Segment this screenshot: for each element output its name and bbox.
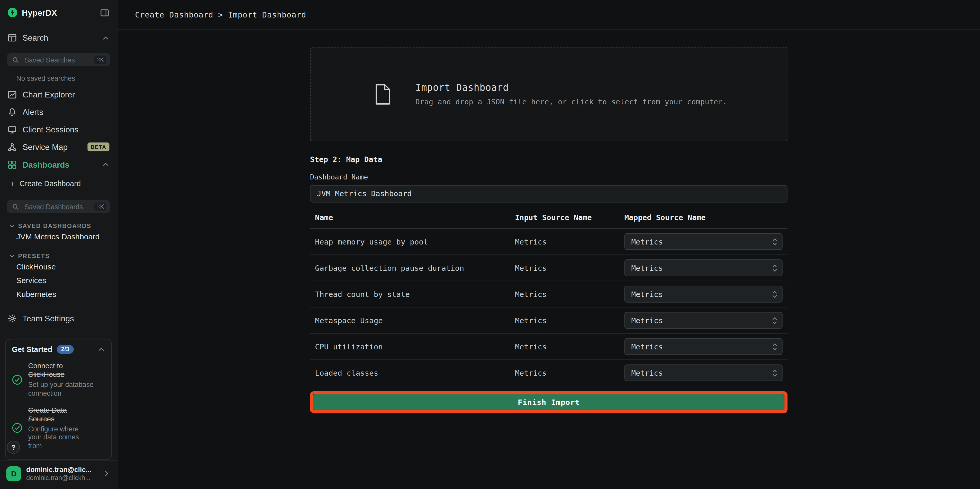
sidebar-section-search[interactable]: Search [0, 31, 117, 45]
sidebar-nav: Chart Explorer Alerts Client Sessions Se… [0, 86, 117, 173]
search-section-icon [8, 33, 17, 42]
import-dropzone[interactable]: Import Dashboard Drag and drop a JSON fi… [310, 47, 788, 141]
get-started-header[interactable]: Get Started 2/3 [12, 345, 105, 354]
input-source-cell: Metrics [515, 316, 624, 325]
select-value: Metrics [632, 290, 663, 298]
dashboards-grid-icon [8, 160, 17, 169]
sidebar: HyperDX Search ⌘K No saved searches [0, 0, 118, 489]
step-label: Step 2: Map Data [310, 155, 788, 164]
chart-name-cell: Heap memory usage by pool [315, 237, 515, 246]
nav-label: Chart Explorer [22, 90, 75, 99]
user-menu[interactable]: D dominic.tran@clic... dominic.tran@clic… [6, 466, 111, 481]
select-chevrons-icon [772, 368, 778, 378]
input-source-cell: Metrics [515, 342, 624, 351]
create-dashboard-label: Create Dashboard [19, 179, 81, 188]
help-button[interactable]: ? [7, 441, 20, 454]
search-icon [12, 203, 19, 210]
table-row: CPU utilization Metrics Metrics [310, 334, 788, 360]
bell-icon [8, 107, 17, 116]
mapping-table: Name Input Source Name Mapped Source Nam… [310, 213, 788, 386]
saved-dashboards-input[interactable] [23, 202, 90, 211]
service-map-icon [8, 142, 17, 152]
mapped-source-select[interactable]: Metrics [624, 364, 783, 381]
sidebar-item-dashboards[interactable]: Dashboards [0, 156, 117, 173]
table-row: Thread count by state Metrics Metrics [310, 281, 788, 307]
import-content: Import Dashboard Drag and drop a JSON fi… [310, 47, 788, 413]
user-email: dominic.tran@clickh... [26, 474, 91, 481]
sidebar-item-clickhouse[interactable]: ClickHouse [0, 261, 117, 273]
select-chevrons-icon [772, 289, 778, 299]
sidebar-item-jvm-metrics-dashboard[interactable]: JVM Metrics Dashboard [0, 231, 117, 243]
chevron-down-icon [9, 253, 15, 259]
select-chevrons-icon [772, 342, 778, 352]
select-value: Metrics [632, 316, 663, 325]
input-source-cell: Metrics [515, 263, 624, 272]
saved-dashboards-header[interactable]: SAVED DASHBOARDS [0, 223, 117, 229]
beta-badge: BETA [88, 143, 110, 151]
get-started-item-connect[interactable]: Connect to ClickHouse Set up your databa… [12, 361, 105, 398]
breadcrumb[interactable]: Create Dashboard > Import Dashboard [135, 10, 306, 19]
select-value: Metrics [632, 368, 663, 377]
app-title: HyperDX [22, 8, 57, 17]
table-row: Loaded classes Metrics Metrics [310, 360, 788, 386]
get-started-item-title: Create Data Sources [28, 405, 94, 423]
chart-name-cell: Metaspace Usage [315, 316, 515, 325]
sidebar-bottom: D dominic.tran@clic... dominic.tran@clic… [0, 460, 117, 489]
sidebar-item-alerts[interactable]: Alerts [0, 104, 117, 121]
search-icon [12, 56, 19, 64]
input-source-cell: Metrics [515, 368, 624, 377]
chart-name-cell: CPU utilization [315, 342, 515, 351]
chevron-up-icon [102, 34, 109, 41]
sidebar-item-service-map[interactable]: Service Map BETA [0, 138, 117, 156]
chevron-up-icon [102, 161, 109, 168]
file-icon [371, 82, 394, 106]
mapped-source-select[interactable]: Metrics [624, 312, 783, 329]
table-row: Metaspace Usage Metrics Metrics [310, 307, 788, 334]
sidebar-item-kubernetes[interactable]: Kubernetes [0, 288, 117, 301]
mapped-source-select[interactable]: Metrics [624, 233, 783, 250]
presets-header[interactable]: PRESETS [0, 252, 117, 260]
create-dashboard-button[interactable]: + Create Dashboard [0, 176, 117, 191]
shortcut-kbd: ⌘K [94, 56, 106, 64]
progress-badge: 2/3 [57, 345, 73, 354]
logo-row[interactable]: HyperDX [0, 0, 117, 25]
chart-name-cell: Garbage collection pause duration [315, 263, 515, 272]
gear-icon [8, 314, 17, 323]
get-started-item-title: Add Data [28, 458, 94, 460]
saved-dashboards-search[interactable]: ⌘K [7, 200, 110, 213]
nav-label: Dashboards [22, 160, 70, 169]
sidebar-item-client-sessions[interactable]: Client Sessions [0, 121, 117, 138]
select-chevrons-icon [772, 315, 778, 325]
get-started-item-sources[interactable]: Create Data Sources Configure where your… [12, 405, 105, 451]
sidebar-item-services[interactable]: Services [0, 275, 117, 287]
chevron-right-icon [103, 470, 111, 478]
team-settings-label: Team Settings [22, 314, 74, 323]
nav-label: Service Map [22, 142, 68, 152]
select-value: Metrics [632, 342, 663, 351]
chart-explorer-icon [8, 90, 17, 99]
column-header-input-source: Input Source Name [515, 213, 624, 222]
sidebar-item-chart-explorer[interactable]: Chart Explorer [0, 86, 117, 104]
dropzone-subtitle: Drag and drop a JSON file here, or click… [415, 97, 727, 106]
mapped-source-select[interactable]: Metrics [624, 286, 783, 303]
check-circle-icon [12, 374, 25, 385]
saved-searches-search[interactable]: ⌘K [7, 53, 110, 66]
table-row: Heap memory usage by pool Metrics Metric… [310, 229, 788, 255]
select-chevrons-icon [772, 237, 778, 247]
sidebar-item-team-settings[interactable]: Team Settings [0, 311, 117, 326]
get-started-title: Get Started [12, 345, 52, 354]
get-started-item-desc: Set up your database connection [28, 381, 94, 398]
get-started-item-title: Connect to ClickHouse [28, 361, 94, 379]
mapped-source-select[interactable]: Metrics [624, 260, 783, 276]
main-area: Create Dashboard > Import Dashboard Impo… [118, 0, 980, 489]
finish-import-button[interactable]: Finish Import [313, 394, 784, 410]
mapped-source-select[interactable]: Metrics [624, 338, 783, 355]
saved-dashboards-header-label: SAVED DASHBOARDS [18, 223, 92, 229]
table-row: Garbage collection pause duration Metric… [310, 255, 788, 281]
saved-searches-input[interactable] [23, 56, 90, 64]
get-started-item-add-data[interactable]: Add Data Start sending logs, metrics, or… [12, 458, 105, 460]
collapse-sidebar-button[interactable] [100, 8, 109, 17]
search-section-label: Search [22, 33, 48, 42]
dashboard-name-input[interactable] [310, 185, 788, 202]
no-saved-searches-text: No saved searches [0, 75, 117, 82]
